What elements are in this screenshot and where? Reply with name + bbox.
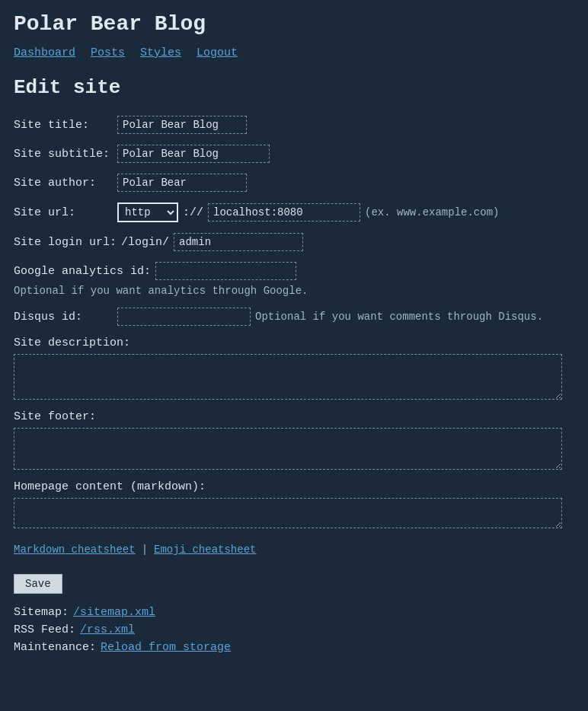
site-author-label: Site author: [14,177,113,190]
site-login-url-label: Site login url: [14,236,117,249]
site-login-url-row: Site login url: /login/ [14,233,574,251]
nav-bar: Dashboard Posts Styles Logout [14,46,574,59]
sitemap-link[interactable]: /sitemap.xml [73,606,155,619]
site-url-row: Site url: http https :// (ex. www.exampl… [14,202,574,222]
site-title-row: Site title: [14,116,574,134]
site-description-group: Site description: [14,336,574,400]
maintenance-link[interactable]: Reload from storage [101,641,231,654]
footer-info: Sitemap: /sitemap.xml RSS Feed: /rss.xml… [14,606,574,654]
google-analytics-input[interactable] [155,262,296,280]
site-url-protocol-select[interactable]: http https [117,202,178,222]
url-separator: :// [183,206,203,219]
save-button[interactable]: Save [14,574,62,594]
page-heading: Edit site [14,76,574,99]
site-description-label: Site description: [14,336,574,349]
save-button-wrapper: Save [14,566,574,606]
google-analytics-hint: Optional if you want analytics through G… [14,285,308,297]
homepage-content-group: Homepage content (markdown): [14,480,574,528]
nav-posts[interactable]: Posts [91,46,125,59]
site-footer-label: Site footer: [14,410,574,423]
site-author-row: Site author: [14,174,574,192]
disqus-id-input[interactable] [117,308,251,326]
nav-logout[interactable]: Logout [197,46,238,59]
google-analytics-row: Google analytics id: Optional if you wan… [14,262,574,297]
site-url-input[interactable] [208,203,360,222]
edit-site-form: Site title: Site subtitle: Site author: … [14,116,574,606]
sitemap-label: Sitemap: [14,606,69,619]
login-prefix: /login/ [121,236,169,249]
rss-label: RSS Feed: [14,623,75,636]
site-author-input[interactable] [117,174,247,192]
disqus-hint: Optional if you want comments through Di… [255,311,543,323]
rss-row: RSS Feed: /rss.xml [14,623,574,636]
nav-styles[interactable]: Styles [140,46,181,59]
site-login-input[interactable] [174,233,303,251]
cheatsheet-links: Markdown cheatsheet | Emoji cheatsheet [14,544,574,556]
homepage-content-label: Homepage content (markdown): [14,480,574,493]
google-analytics-label: Google analytics id: [14,265,151,278]
sitemap-row: Sitemap: /sitemap.xml [14,606,574,619]
site-description-textarea[interactable] [14,354,562,400]
site-url-label: Site url: [14,206,113,219]
site-title-label: Site title: [14,119,113,132]
site-subtitle-row: Site subtitle: [14,145,574,163]
maintenance-label: Maintenance: [14,641,96,654]
disqus-id-row: Disqus id: Optional if you want comments… [14,308,574,326]
homepage-content-textarea[interactable] [14,498,562,528]
site-footer-textarea[interactable] [14,428,562,470]
disqus-id-label: Disqus id: [14,311,113,324]
site-subtitle-label: Site subtitle: [14,148,113,161]
site-footer-group: Site footer: [14,410,574,470]
nav-dashboard[interactable]: Dashboard [14,46,75,59]
site-title: Polar Bear Blog [14,12,574,36]
rss-link[interactable]: /rss.xml [80,623,135,636]
site-subtitle-input[interactable] [117,145,270,163]
url-hint: (ex. www.example.com) [365,206,499,218]
emoji-cheatsheet-link[interactable]: Emoji cheatsheet [154,544,256,556]
markdown-cheatsheet-link[interactable]: Markdown cheatsheet [14,544,136,556]
cheatsheet-separator: | [142,544,148,556]
maintenance-row: Maintenance: Reload from storage [14,641,574,654]
site-title-input[interactable] [117,116,247,134]
